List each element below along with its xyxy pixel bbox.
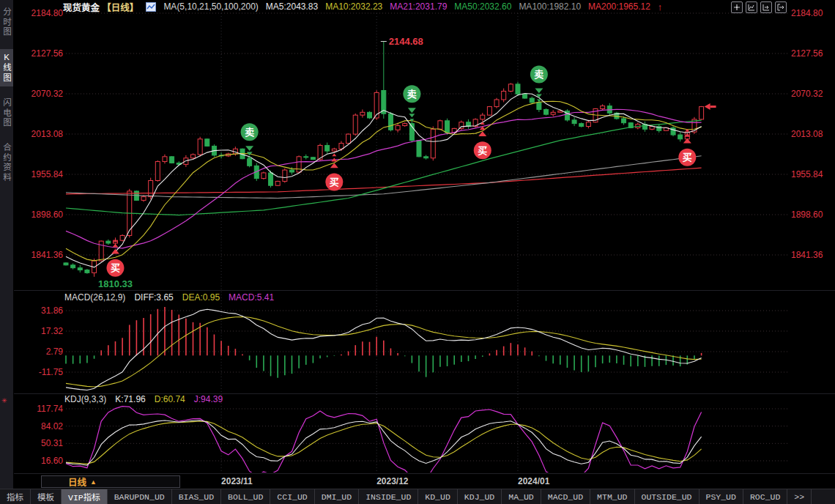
price-panel: 2144.68买1810.33卖买卖买卖买 [64, 36, 716, 289]
symbol-title: 现货黄金 [63, 3, 100, 13]
svg-text:买: 买 [330, 177, 339, 188]
indicator-flag-icon: ✳ [1, 397, 7, 404]
tab-macd_ud[interactable]: MACD_UD [541, 489, 590, 504]
macd-dea-value: DEA:0.95 [182, 292, 220, 303]
chart-header: 现货黄金 【日线】 MA(5,10,21,50,100,200)MA5:2043… [63, 1, 662, 12]
macd-title: MACD(26,12,9) [64, 292, 125, 303]
axis-tick-label: 2127.56 [791, 48, 823, 59]
kdj-j-value: J:94.39 [194, 394, 223, 404]
tab-boll_ud[interactable]: BOLL_UD [221, 489, 270, 504]
tab-kd_ud[interactable]: KD_UD [418, 489, 458, 504]
crosshair-icon[interactable] [731, 1, 743, 13]
indicator-tab-bar: 指标模板VIP指标BARUPDN_UDBIAS_UDBOLL_UDCCI_UDD… [0, 489, 835, 504]
macd-panel [66, 307, 702, 390]
svg-text:卖: 卖 [534, 69, 543, 80]
period-up-arrow-icon: ▲ [90, 478, 97, 486]
tab-bias_ud[interactable]: BIAS_UD [172, 489, 221, 504]
tab-kdj_ud[interactable]: KDJ_UD [458, 489, 502, 504]
period-label: 日线 [68, 475, 86, 489]
buy-marker: 买 [474, 122, 491, 159]
tabs-more-button[interactable]: >> [787, 489, 812, 504]
ma-value-1: MA5:2043.83 [266, 1, 318, 12]
svg-text:卖: 卖 [407, 89, 417, 100]
ma-value-0: MA(5,10,21,50,100,200) [163, 1, 258, 12]
axis-tick-label: 2013.08 [15, 129, 63, 139]
tab-模板[interactable]: 模板 [31, 489, 62, 504]
date-tick-label: 2024/01 [518, 476, 549, 486]
axis-tick-label: 2013.08 [791, 129, 823, 139]
svg-text:买: 买 [111, 262, 120, 273]
svg-text:卖: 卖 [245, 127, 254, 138]
tab-指标[interactable]: 指标 [0, 489, 31, 504]
axis-tick-label: 2070.32 [15, 89, 63, 99]
exit-chart-icon[interactable] [775, 1, 787, 13]
tab-outside_ud[interactable]: OUTSIDE_UD [635, 489, 699, 504]
macd-diff-value: DIFF:3.65 [134, 292, 173, 303]
axis-tick-label: 1841.36 [791, 250, 823, 260]
chart-toolbar [731, 1, 787, 13]
chart-svg[interactable]: 2144.68买1810.33卖买卖买卖买 [0, 0, 835, 504]
axis-tick-label: 1955.84 [791, 169, 823, 179]
period-tag: 【日线】 [102, 3, 138, 13]
axis-tick-label: 17.32 [15, 326, 63, 336]
ma-value-6: MA200:1965.12 [588, 1, 650, 12]
axis-tick-label: 2127.56 [15, 48, 63, 59]
low-price-annotation: 1810.33 [98, 278, 133, 289]
axis-tick-label: -11.75 [15, 367, 63, 377]
ma-value-2: MA10:2032.23 [325, 1, 382, 12]
axis-tick-label: 1898.60 [15, 210, 63, 220]
svg-text:买: 买 [478, 145, 487, 156]
axis-tick-label: 1841.36 [15, 250, 63, 260]
scale-axis-icon[interactable] [746, 1, 757, 13]
last-price-arrow [705, 103, 716, 110]
tab-vip指标[interactable]: VIP指标 [62, 489, 108, 504]
axis-tick-label: 84.02 [15, 421, 63, 431]
axis-tick-label: 2070.32 [791, 89, 823, 99]
kdj-panel [66, 407, 702, 481]
pan-axis-icon[interactable] [760, 1, 772, 13]
trend-up-icon: ↑ [658, 1, 663, 12]
sell-marker: 卖 [530, 65, 548, 102]
ma-value-3: MA21:2031.79 [390, 1, 447, 12]
axis-tick-label: 2.79 [15, 346, 63, 357]
axis-tick-label: 50.31 [15, 438, 63, 448]
axis-tick-label: 2184.80 [15, 8, 63, 18]
kdj-title: KDJ(9,3,3) [64, 394, 106, 404]
app-window: 分时图K线图闪电图合约资料 2144.68买1810.33卖买卖买卖买 现货黄金… [0, 0, 835, 504]
period-selector[interactable]: 日线 ▲ [41, 475, 180, 488]
ma-value-4: MA50:2032.60 [454, 1, 511, 12]
tab-dmi_ud[interactable]: DMI_UD [315, 489, 359, 504]
svg-text:买: 买 [683, 152, 692, 163]
axis-tick-label: 2184.80 [791, 8, 823, 18]
sidebar-item-2[interactable]: K线图 [0, 49, 13, 86]
ma-value-5: MA100:1982.10 [519, 1, 581, 12]
kdj-k-value: K:71.96 [115, 394, 145, 404]
date-tick-label: 2023/12 [376, 476, 408, 486]
sidebar-item-1[interactable]: 分时图 [0, 4, 13, 41]
macd-macd-value: MACD:5.41 [229, 292, 274, 303]
panel-separator [14, 290, 835, 291]
tab-roc_ud[interactable]: ROC_UD [743, 489, 787, 504]
chart-thumbnail-icon [146, 2, 156, 12]
date-tick-label: 2023/11 [221, 476, 253, 486]
sell-marker: 卖 [403, 85, 420, 122]
tab-mtm_ud[interactable]: MTM_UD [590, 489, 634, 504]
axis-tick-label: 1955.84 [15, 169, 63, 179]
sidebar-item-3[interactable]: 闪电图 [0, 94, 13, 132]
macd-header: MACD(26,12,9) DIFF:3.65 DEA:0.95 MACD:5.… [64, 292, 274, 303]
axis-tick-label: 31.86 [15, 305, 63, 316]
axis-tick-label: 1898.60 [791, 210, 823, 220]
left-sidebar: 分时图K线图闪电图合约资料 [0, 0, 13, 504]
tab-barupdn_ud[interactable]: BARUPDN_UD [108, 489, 172, 504]
sidebar-item-4[interactable]: 合约资料 [0, 139, 13, 186]
kdj-d-value: D:60.74 [155, 394, 185, 404]
kdj-header: KDJ(9,3,3) K:71.96 D:60.74 J:94.39 [64, 394, 223, 404]
tab-cci_ud[interactable]: CCI_UD [270, 489, 314, 504]
high-price-annotation: 2144.68 [389, 36, 423, 47]
tab-ma_ud[interactable]: MA_UD [502, 489, 541, 504]
axis-tick-label: 117.74 [15, 404, 63, 414]
ma-values: MA(5,10,21,50,100,200)MA5:2043.83MA10:20… [163, 1, 650, 12]
tab-psy_ud[interactable]: PSY_UD [699, 489, 743, 504]
tab-inside_ud[interactable]: INSIDE_UD [359, 489, 418, 504]
axis-tick-label: 16.60 [15, 456, 63, 466]
